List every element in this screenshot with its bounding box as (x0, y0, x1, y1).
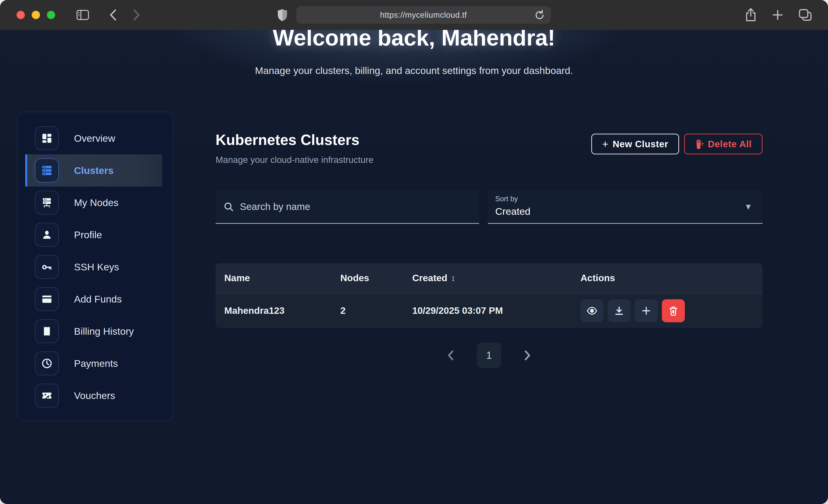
sort-value: Created (495, 206, 762, 217)
column-header-created[interactable]: Created ↕ (404, 273, 572, 284)
sort-label: Sort by (495, 195, 762, 203)
page-content: Welcome back, Mahendra! Manage your clus… (0, 30, 828, 504)
back-icon[interactable] (109, 9, 117, 21)
column-header-nodes: Nodes (332, 273, 404, 284)
address-bar[interactable]: https://myceliumcloud.tf (296, 6, 551, 24)
sort-arrows-icon[interactable]: ↕ (451, 274, 455, 283)
sidebar-toggle-icon[interactable] (76, 10, 89, 20)
page-subtitle: Manage your cloud-native infrastructure (215, 155, 373, 165)
traffic-lights (16, 11, 55, 19)
sidebar-item-label: Payments (74, 358, 118, 369)
nodes-icon (35, 191, 59, 215)
sidebar-item-ssh-keys[interactable]: SSH Keys (18, 251, 172, 283)
table-header-row: Name Nodes Created ↕ Actions (215, 263, 762, 293)
cell-cluster-name: Mahendra123 (215, 305, 332, 316)
sidebar-item-vouchers[interactable]: Vouchers (18, 379, 172, 412)
new-cluster-button[interactable]: + New Cluster (591, 134, 679, 154)
download-icon (614, 306, 624, 316)
column-header-actions: Actions (572, 273, 762, 284)
plus-icon: + (602, 138, 609, 150)
minimize-window-button[interactable] (32, 11, 40, 19)
sidebar-item-label: Overview (74, 133, 115, 144)
sort-dropdown[interactable]: Sort by Created ▼ (488, 190, 762, 224)
download-kubeconfig-button[interactable] (608, 299, 631, 322)
sidebar-item-label: SSH Keys (74, 261, 119, 273)
receipt-icon (35, 319, 59, 343)
sidebar-item-label: Add Funds (74, 294, 122, 305)
column-header-name: Name (215, 273, 332, 284)
row-actions (572, 299, 762, 322)
zoom-window-button[interactable] (47, 11, 55, 19)
clock-icon (35, 351, 59, 375)
search-box (215, 190, 479, 224)
previous-page-icon[interactable] (446, 349, 455, 361)
browser-window: https://myceliumcloud.tf (0, 0, 828, 504)
chevron-down-icon: ▼ (744, 202, 752, 212)
add-node-button[interactable] (635, 299, 658, 322)
welcome-title: Welcome back, Mahendra! (0, 30, 828, 51)
profile-icon (35, 223, 59, 247)
cell-cluster-nodes: 2 (332, 305, 404, 316)
clusters-icon (35, 159, 59, 182)
plus-icon (641, 306, 651, 316)
sidebar-item-add-funds[interactable]: Add Funds (18, 283, 172, 315)
dashboard-icon (35, 126, 59, 150)
pagination: 1 (215, 343, 762, 368)
reload-icon[interactable] (534, 9, 545, 21)
trash-icon (669, 306, 678, 316)
privacy-shield-icon (277, 8, 288, 22)
search-icon (223, 202, 234, 212)
view-cluster-button[interactable] (580, 299, 604, 322)
sidebar-item-payments[interactable]: Payments (18, 347, 172, 379)
ticket-icon (35, 384, 59, 408)
sidebar-item-label: Profile (74, 229, 102, 241)
sidebar-item-billing-history[interactable]: Billing History (18, 315, 172, 347)
delete-all-button[interactable]: Delete All (684, 134, 762, 154)
page-number-button[interactable]: 1 (477, 343, 501, 368)
clusters-table: Name Nodes Created ↕ Actions (215, 263, 762, 328)
key-icon (35, 255, 59, 279)
credit-card-icon (35, 287, 59, 311)
sidebar-item-label: Vouchers (74, 390, 115, 401)
forward-icon[interactable] (132, 9, 141, 21)
new-tab-icon[interactable] (772, 9, 784, 21)
sidebar-item-my-nodes[interactable]: My Nodes (18, 186, 172, 219)
trash-icon (695, 139, 704, 149)
tabs-overview-icon[interactable] (798, 9, 812, 21)
url-text: https://myceliumcloud.tf (380, 10, 467, 19)
delete-cluster-button[interactable] (662, 299, 685, 322)
sidebar-item-profile[interactable]: Profile (18, 219, 172, 251)
sidebar-nav: Overview Clusters (17, 112, 173, 421)
page-title: Kubernetes Clusters (215, 131, 373, 149)
hero-section: Welcome back, Mahendra! Manage your clus… (0, 30, 828, 76)
sidebar-item-clusters[interactable]: Clusters (25, 154, 162, 186)
eye-icon (586, 306, 597, 316)
close-window-button[interactable] (16, 11, 25, 19)
cell-cluster-created: 10/29/2025 03:07 PM (404, 305, 572, 316)
search-input[interactable] (240, 201, 471, 212)
browser-chrome: https://myceliumcloud.tf (0, 0, 828, 30)
table-row: Mahendra123 2 10/29/2025 03:07 PM (215, 293, 762, 328)
sidebar-item-label: Billing History (74, 326, 134, 337)
share-icon[interactable] (745, 8, 757, 22)
sidebar-item-overview[interactable]: Overview (18, 122, 172, 154)
sidebar-item-label: My Nodes (74, 197, 119, 208)
next-page-icon[interactable] (523, 349, 532, 361)
main-content: Kubernetes Clusters Manage your cloud-na… (215, 112, 762, 421)
sidebar-item-label: Clusters (74, 165, 114, 176)
welcome-subtitle: Manage your clusters, billing, and accou… (0, 65, 828, 76)
